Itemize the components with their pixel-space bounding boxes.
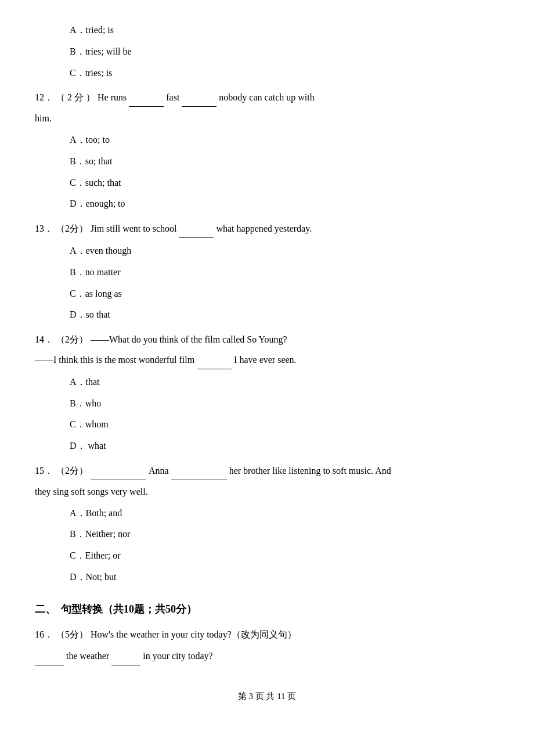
- q12-blank2: [182, 89, 217, 107]
- q15-number: 15．: [35, 466, 53, 476]
- q11-option-a: A．tried; is: [70, 22, 499, 39]
- q13-option-a: A．even though: [70, 243, 499, 260]
- q15-blank1: [91, 463, 146, 480]
- q16-text-end: in your city today?: [143, 651, 212, 661]
- q15-text-end: her brother like listening to soft music…: [229, 466, 391, 476]
- q16-text: How's the weather in your city today?（改为…: [91, 629, 297, 639]
- q12-option-c: C．such; that: [70, 175, 499, 192]
- question-14: 14． （2分） ——What do you think of the film…: [35, 332, 499, 348]
- question-15: 15． （2分） Anna her brother like listening…: [35, 463, 499, 480]
- q15-score: （2分）: [56, 466, 88, 476]
- q12-score: （ 2 分 ）: [56, 92, 95, 102]
- q13-option-c: C．as long as: [70, 286, 499, 303]
- section2-label: 二、: [35, 603, 56, 615]
- section2-title: 句型转换（共10题；共50分）: [61, 603, 197, 615]
- q12-text-before: He runs: [98, 92, 127, 102]
- section2-header: 二、 句型转换（共10题；共50分）: [35, 600, 499, 618]
- q13-option-b: B．no matter: [70, 264, 499, 281]
- question-12: 12． （ 2 分 ） He runs fast nobody can catc…: [35, 89, 499, 107]
- q14-number: 14．: [35, 334, 53, 344]
- q16-answer-line: the weather in your city today?: [35, 648, 499, 665]
- q12-option-d: D．enough; to: [70, 196, 499, 213]
- q16-blank1: [35, 648, 64, 665]
- q15-blank2: [171, 463, 227, 480]
- q15-option-a: A．Both; and: [70, 505, 499, 522]
- q14-dialog2-end: I have ever seen.: [234, 355, 297, 365]
- q16-number: 16．: [35, 629, 53, 639]
- q16-blank2: [111, 648, 140, 665]
- q15-continuation: they sing soft songs very well.: [35, 484, 499, 501]
- page-footer: 第 3 页 共 11 页: [35, 689, 499, 704]
- q12-text-middle: fast: [166, 92, 179, 102]
- q14-option-c: C．whom: [70, 416, 499, 433]
- q13-text-end: what happened yesterday.: [216, 224, 312, 233]
- q12-continuation: him.: [35, 110, 499, 127]
- q15-text-middle: Anna: [149, 466, 169, 476]
- q12-blank1: [129, 89, 164, 107]
- q11-option-b: B．tries; will be: [70, 44, 499, 60]
- question-16: 16． （5分） How's the weather in your city …: [35, 627, 499, 643]
- q13-text: Jim still went to school: [91, 224, 176, 233]
- q12-number: 12．: [35, 92, 53, 102]
- question-13: 13． （2分） Jim still went to school what h…: [35, 221, 499, 238]
- q12-text-end: nobody can catch up with: [219, 92, 314, 102]
- q13-blank: [179, 221, 214, 238]
- q14-score: （2分）: [56, 334, 88, 344]
- q14-dialog2: ——I think this is the most wonderful fil…: [35, 352, 499, 369]
- q15-option-b: B．Neither; nor: [70, 526, 499, 543]
- q13-score: （2分）: [56, 224, 88, 233]
- q16-score: （5分）: [56, 629, 88, 639]
- footer-text: 第 3 页 共 11 页: [238, 692, 297, 701]
- q12-option-a: A．too; to: [70, 132, 499, 149]
- q16-text-mid: the weather: [66, 651, 109, 661]
- q14-option-a: A．that: [70, 374, 499, 391]
- q11-option-c: C．tries; is: [70, 65, 499, 82]
- q12-option-b: B．so; that: [70, 153, 499, 170]
- q14-dialog2-start: ——I think this is the most wonderful fil…: [35, 355, 194, 365]
- q14-option-d: D． what: [70, 438, 499, 455]
- q13-number: 13．: [35, 224, 53, 233]
- q15-option-d: D．Not; but: [70, 569, 499, 586]
- q14-option-b: B．who: [70, 395, 499, 412]
- q14-dialog1: ——What do you think of the film called S…: [91, 334, 287, 344]
- q13-option-d: D．so that: [70, 307, 499, 323]
- q15-option-c: C．Either; or: [70, 548, 499, 564]
- q14-blank: [197, 352, 232, 369]
